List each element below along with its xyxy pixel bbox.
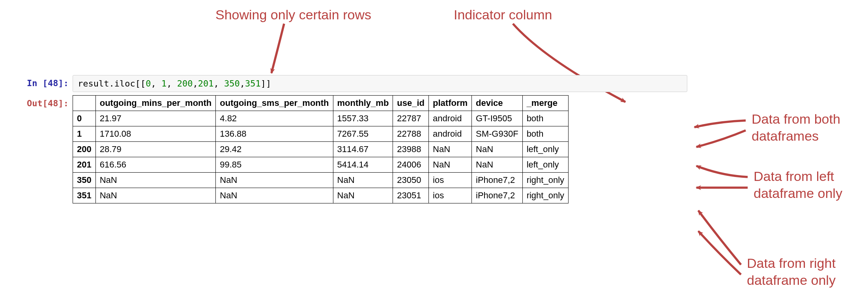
row-index: 1 bbox=[73, 126, 96, 142]
output-cell: Out[48]: outgoing_mins_per_month outgoin… bbox=[9, 95, 687, 203]
table-row: 201616.5699.855414.1424006NaNNaNleft_onl… bbox=[73, 157, 569, 173]
col-header: use_id bbox=[393, 96, 429, 111]
table-row: 350NaNNaNNaN23050iosiPhone7,2right_only bbox=[73, 173, 569, 188]
col-header: platform bbox=[429, 96, 472, 111]
table-cell: NaN bbox=[472, 142, 523, 157]
table-cell: NaN bbox=[333, 188, 393, 203]
table-cell: NaN bbox=[472, 157, 523, 173]
col-header: outgoing_mins_per_month bbox=[95, 96, 216, 111]
table-header-row: outgoing_mins_per_month outgoing_sms_per… bbox=[73, 96, 569, 111]
table-cell: 23050 bbox=[393, 173, 429, 188]
table-cell: 22788 bbox=[393, 126, 429, 142]
table-cell: NaN bbox=[95, 173, 216, 188]
table-cell: 24006 bbox=[393, 157, 429, 173]
table-cell: android bbox=[429, 126, 472, 142]
table-cell: 3114.67 bbox=[333, 142, 393, 157]
table-row: 021.974.821557.3322787androidGT-I9505bot… bbox=[73, 111, 569, 126]
table-cell: 29.42 bbox=[216, 142, 333, 157]
table-cell: ios bbox=[429, 188, 472, 203]
table-cell: 22787 bbox=[393, 111, 429, 126]
table-cell: right_only bbox=[522, 173, 568, 188]
table-cell: 23988 bbox=[393, 142, 429, 157]
table-cell: NaN bbox=[216, 173, 333, 188]
table-cell: left_only bbox=[522, 142, 568, 157]
table-cell: 23051 bbox=[393, 188, 429, 203]
annotation-rows: Showing only certain rows bbox=[215, 6, 371, 23]
table-cell: both bbox=[522, 111, 568, 126]
table-cell: iPhone7,2 bbox=[472, 173, 523, 188]
dataframe-table: outgoing_mins_per_month outgoing_sms_per… bbox=[73, 95, 569, 203]
annotation-indicator: Indicator column bbox=[454, 6, 552, 23]
row-index: 200 bbox=[73, 142, 96, 157]
table-cell: NaN bbox=[95, 188, 216, 203]
table-cell: 21.97 bbox=[95, 111, 216, 126]
table-cell: 28.79 bbox=[95, 142, 216, 157]
input-prompt: In [48]: bbox=[9, 75, 69, 88]
table-cell: android bbox=[429, 111, 472, 126]
table-cell: right_only bbox=[522, 188, 568, 203]
col-header: device bbox=[472, 96, 523, 111]
table-cell: 99.85 bbox=[216, 157, 333, 173]
table-cell: iPhone7,2 bbox=[472, 188, 523, 203]
table-cell: both bbox=[522, 126, 568, 142]
annotation-right-only: Data from right dataframe only bbox=[747, 255, 836, 288]
col-header: _merge bbox=[522, 96, 568, 111]
table-cell: ios bbox=[429, 173, 472, 188]
table-cell: NaN bbox=[333, 173, 393, 188]
table-corner bbox=[73, 96, 96, 111]
row-index: 350 bbox=[73, 173, 96, 188]
annotation-left-only: Data from left dataframe only bbox=[754, 168, 842, 201]
col-header: outgoing_sms_per_month bbox=[216, 96, 333, 111]
table-cell: GT-I9505 bbox=[472, 111, 523, 126]
table-cell: 136.88 bbox=[216, 126, 333, 142]
table-cell: NaN bbox=[429, 142, 472, 157]
row-index: 201 bbox=[73, 157, 96, 173]
table-row: 20028.7929.423114.6723988NaNNaNleft_only bbox=[73, 142, 569, 157]
table-cell: 4.82 bbox=[216, 111, 333, 126]
input-cell: In [48]: result.iloc[[0, 1, 200,201, 350… bbox=[9, 75, 687, 92]
table-row: 11710.08136.887267.5522788androidSM-G930… bbox=[73, 126, 569, 142]
output-prompt: Out[48]: bbox=[9, 95, 69, 108]
table-cell: 1710.08 bbox=[95, 126, 216, 142]
table-cell: NaN bbox=[429, 157, 472, 173]
table-cell: left_only bbox=[522, 157, 568, 173]
table-cell: SM-G930F bbox=[472, 126, 523, 142]
annotation-both: Data from both dataframes bbox=[752, 111, 840, 144]
row-index: 351 bbox=[73, 188, 96, 203]
row-index: 0 bbox=[73, 111, 96, 126]
code-input[interactable]: result.iloc[[0, 1, 200,201, 350,351]] bbox=[73, 75, 687, 92]
table-cell: 7267.55 bbox=[333, 126, 393, 142]
table-row: 351NaNNaNNaN23051iosiPhone7,2right_only bbox=[73, 188, 569, 203]
table-cell: 5414.14 bbox=[333, 157, 393, 173]
col-header: monthly_mb bbox=[333, 96, 393, 111]
table-cell: 616.56 bbox=[95, 157, 216, 173]
table-cell: NaN bbox=[216, 188, 333, 203]
table-cell: 1557.33 bbox=[333, 111, 393, 126]
